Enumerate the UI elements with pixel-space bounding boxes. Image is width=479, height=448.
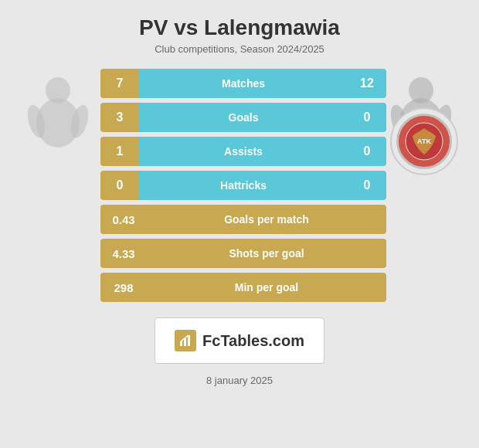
- goals-per-match-left-val: 0.43: [100, 205, 147, 234]
- club-logo-area: ATK: [390, 107, 464, 181]
- club-logo-circle: ATK: [390, 107, 458, 175]
- stat-row-shots-per-goal: 4.33 Shots per goal: [100, 239, 386, 268]
- stat-row-goals-per-match: 0.43 Goals per match: [100, 205, 386, 234]
- stats-outer: ATK 7 Matches 12 3 Goals 0 1 Assis: [15, 69, 464, 307]
- stat-row-goals: 3 Goals 0: [100, 103, 386, 132]
- stat-row-matches: 7 Matches 12: [100, 69, 386, 98]
- goals-label: Goals: [139, 103, 348, 132]
- fctables-box: FcTables.com: [155, 317, 324, 364]
- assists-left-val: 1: [100, 137, 139, 166]
- svg-rect-11: [184, 338, 186, 346]
- svg-rect-12: [188, 335, 190, 346]
- club-logo-inner: ATK: [396, 114, 452, 169]
- stat-row-assists: 1 Assists 0: [100, 137, 386, 166]
- stats-rows: 7 Matches 12 3 Goals 0 1 Assists 0 0 Hat…: [100, 69, 386, 302]
- shots-per-goal-label: Shots per goal: [147, 239, 386, 268]
- assists-label: Assists: [139, 137, 348, 166]
- stat-row-min-per-goal: 298 Min per goal: [100, 273, 386, 302]
- footer-date: 8 january 2025: [206, 375, 273, 386]
- shots-per-goal-left-val: 4.33: [100, 239, 147, 268]
- assists-right-val: 0: [348, 137, 386, 166]
- matches-label: Matches: [139, 69, 348, 98]
- fctables-icon: [175, 330, 196, 351]
- min-per-goal-label: Min per goal: [147, 273, 386, 302]
- page-wrapper: PV vs Lalengmawia Club competitions, Sea…: [0, 0, 479, 448]
- player-left-silhouette: [19, 76, 97, 165]
- hattricks-label: Hattricks: [139, 171, 348, 200]
- hattricks-left-val: 0: [100, 171, 139, 200]
- matches-right-val: 12: [348, 69, 386, 98]
- page-subtitle: Club competitions, Season 2024/2025: [155, 43, 324, 55]
- goals-per-match-label: Goals per match: [147, 205, 386, 234]
- goals-right-val: 0: [348, 103, 386, 132]
- svg-text:ATK: ATK: [417, 137, 431, 145]
- matches-left-val: 7: [100, 69, 139, 98]
- min-per-goal-left-val: 298: [100, 273, 147, 302]
- stat-row-hattricks: 0 Hattricks 0: [100, 171, 386, 200]
- fctables-label: FcTables.com: [202, 332, 304, 350]
- svg-rect-10: [180, 341, 182, 346]
- page-title: PV vs Lalengmawia: [139, 15, 340, 40]
- hattricks-right-val: 0: [348, 171, 386, 200]
- goals-left-val: 3: [100, 103, 139, 132]
